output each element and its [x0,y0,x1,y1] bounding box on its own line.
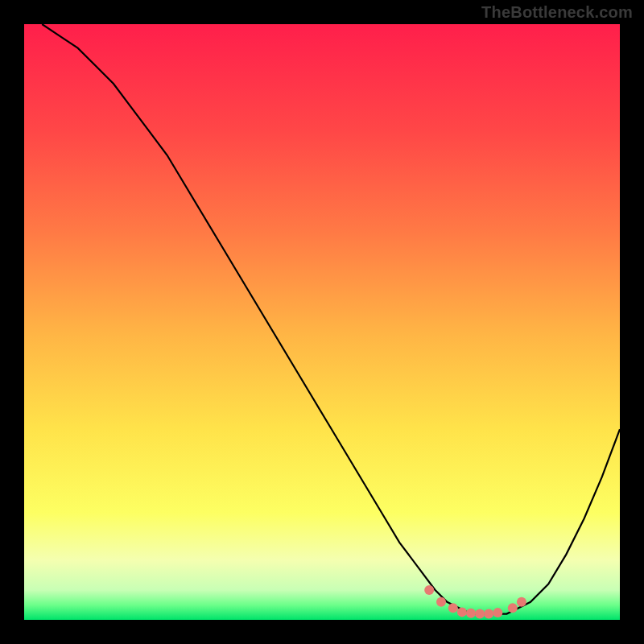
plot-svg [24,24,620,620]
marker-dot [493,608,502,617]
marker-dot [457,607,467,617]
marker-dot [424,585,434,595]
watermark-text: TheBottleneck.com [481,3,633,22]
gradient-background [24,24,620,620]
marker-dot [436,597,446,607]
marker-dot [466,609,476,618]
marker-dot [517,597,526,607]
marker-dot [448,603,458,613]
chart-frame: TheBottleneck.com [0,0,644,644]
marker-dot [508,603,518,613]
marker-dot [475,609,485,619]
marker-dot [484,609,493,619]
plot-area [24,24,620,620]
